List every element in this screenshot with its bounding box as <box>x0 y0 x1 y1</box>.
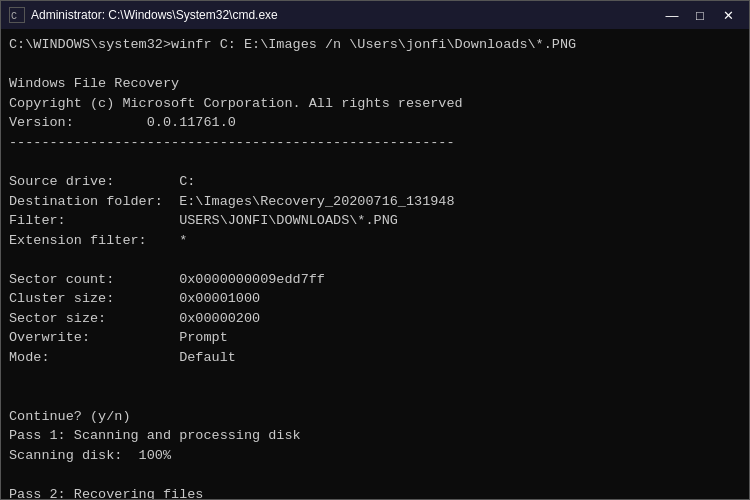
maximize-button[interactable]: □ <box>687 5 713 25</box>
titlebar-left: C Administrator: C:\Windows\System32\cmd… <box>9 7 278 23</box>
cmd-icon: C <box>9 7 25 23</box>
terminal-output[interactable]: C:\WINDOWS\system32>winfr C: E:\Images /… <box>1 29 749 499</box>
titlebar: C Administrator: C:\Windows\System32\cmd… <box>1 1 749 29</box>
svg-text:C: C <box>11 11 17 22</box>
window-title: Administrator: C:\Windows\System32\cmd.e… <box>31 8 278 22</box>
window-controls: — □ ✕ <box>659 5 741 25</box>
minimize-button[interactable]: — <box>659 5 685 25</box>
cmd-window: C Administrator: C:\Windows\System32\cmd… <box>0 0 750 500</box>
close-button[interactable]: ✕ <box>715 5 741 25</box>
